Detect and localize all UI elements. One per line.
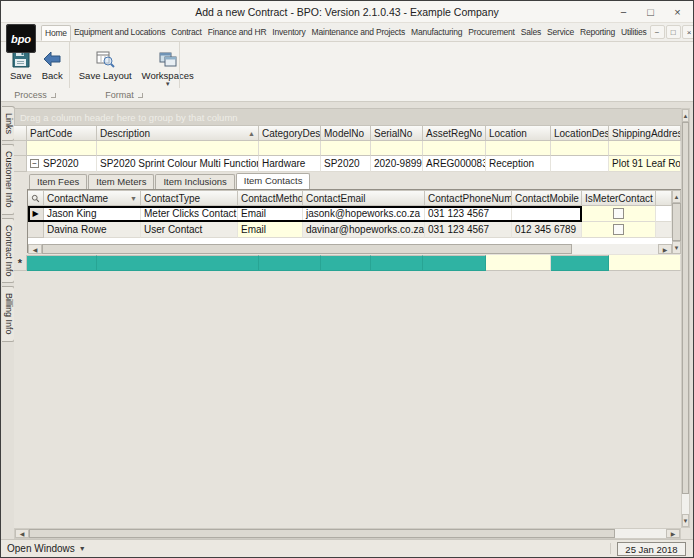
scroll-thumb[interactable] [42,244,572,254]
workspaces-dropdown-icon[interactable]: ▼ [165,82,171,87]
filter-dropdown-icon[interactable]: ▼ [130,195,137,202]
filter-cell-assetregno[interactable] [423,141,486,156]
minimize-button[interactable]: − [610,1,637,22]
workspaces-button[interactable]: Workspaces ▼ [137,45,199,87]
tab-item-inclusions[interactable]: Item Inclusions [155,174,234,189]
cell-contactname[interactable]: Davina Rowe [44,222,141,238]
scroll-right-icon[interactable]: ▶ [666,529,680,538]
grid-new-row[interactable]: * [14,255,681,271]
cell-ismetercontact[interactable] [582,222,656,238]
column-header-categorydesc[interactable]: CategoryDesc [259,125,321,141]
detail-row-jason-king[interactable]: ▶ Jason King Meter Clicks Contact Email … [28,206,672,222]
cell-contactphonenumber[interactable]: 031 123 4567 [425,222,512,238]
filter-cell-description[interactable] [97,141,259,156]
cell-contactmethod[interactable]: Email [238,222,303,238]
cell-assetregno[interactable]: AREG000083 [423,156,486,172]
new-cell-description[interactable] [97,255,259,271]
group-launcher-icon[interactable] [138,93,143,98]
mdi-close-button[interactable]: × [682,25,693,39]
column-header-contactname[interactable]: ContactName▼ [44,190,141,206]
maximize-button[interactable]: □ [637,1,664,22]
new-cell-shippingaddress[interactable] [609,255,681,271]
filter-cell-categorydesc[interactable] [259,141,321,156]
cell-serialno[interactable]: 2020-9899 [371,156,423,172]
scroll-left-icon[interactable]: ◀ [28,244,42,254]
detail-row-davina-rowe[interactable]: Davina Rowe User Contact Email davinar@h… [28,222,672,238]
ismetercontact-checkbox[interactable] [613,224,624,235]
column-header-locationdesc[interactable]: LocationDesc [551,125,609,141]
scroll-right-icon[interactable]: ▶ [658,244,672,254]
filter-cell-partcode[interactable] [27,141,97,156]
column-header-contactphonenumber[interactable]: ContactPhoneNumber [425,190,512,206]
save-layout-button[interactable]: Save Layout [74,45,137,81]
grid-vertical-scrollbar[interactable]: ▲ ▼ [681,108,690,528]
mdi-restore-button[interactable]: □ [666,25,681,39]
scroll-thumb[interactable] [29,529,615,538]
new-cell-location[interactable] [486,255,551,271]
cell-contactmobile[interactable] [512,206,582,222]
column-header-contactemail[interactable]: ContactEmail [303,190,425,206]
new-cell-locationdesc[interactable] [551,255,609,271]
cell-modelno[interactable]: SP2020 [321,156,371,172]
ribbon-tab-inventory[interactable]: Inventory [269,25,308,41]
ribbon-tab-reporting[interactable]: Reporting [577,25,618,41]
date-panel[interactable]: 25 Jan 2018 [617,542,686,556]
new-cell-partcode[interactable] [27,255,97,271]
scroll-up-icon[interactable]: ▲ [672,190,681,203]
column-header-description[interactable]: Description▲ [97,125,259,141]
cell-contactmobile[interactable]: 012 345 6789 [512,222,582,238]
scroll-thumb[interactable] [672,203,681,241]
column-header-contactmethod[interactable]: ContactMethod [238,190,303,206]
cell-partcode[interactable]: − SP2020 [27,156,97,172]
ribbon-tab-procurement[interactable]: Procurement [465,25,517,41]
new-cell-serialno[interactable] [371,255,423,271]
tab-item-fees[interactable]: Item Fees [29,174,87,189]
mdi-minimize-button[interactable]: − [650,25,665,39]
scroll-down-icon[interactable]: ▼ [672,241,681,254]
ribbon-tab-utilities[interactable]: Utilities [618,25,650,41]
ribbon-tab-sales[interactable]: Sales [518,25,544,41]
cell-contactmethod[interactable]: Email [238,206,303,222]
back-button[interactable]: Back [37,45,68,81]
ribbon-tab-home[interactable]: Home [41,25,71,41]
column-header-partcode[interactable]: PartCode [27,125,97,141]
ribbon-tab-maintenance-and-projects[interactable]: Maintenance and Projects [309,25,408,41]
filter-cell-serialno[interactable] [371,141,423,156]
tab-item-contacts[interactable]: Item Contacts [236,173,311,189]
group-launcher-icon[interactable] [51,93,56,98]
ribbon-tab-equipment-and-locations[interactable]: Equipment and Locations [71,25,168,41]
cell-shippingaddress[interactable]: Plot 91 Leaf Road, Fo [609,156,681,172]
filter-cell-location[interactable] [486,141,551,156]
detail-search-cell[interactable] [28,190,44,206]
cell-contactphonenumber[interactable]: 031 123 4567 [425,206,512,222]
ribbon-tab-contract[interactable]: Contract [168,25,205,41]
grid-horizontal-scrollbar[interactable]: ◀ ▶ [14,528,681,539]
detail-horizontal-scrollbar[interactable]: ◀ ▶ [28,244,672,254]
cell-contactemail[interactable]: jasonk@hopeworks.co.za [303,206,425,222]
column-header-location[interactable]: Location [486,125,551,141]
column-header-modelno[interactable]: ModelNo [321,125,371,141]
cell-contacttype[interactable]: User Contact [141,222,238,238]
close-button[interactable]: × [664,1,691,22]
cell-contactname[interactable]: Jason King [44,206,141,222]
collapse-detail-button[interactable]: − [30,159,39,168]
cell-contacttype[interactable]: Meter Clicks Contact [141,206,238,222]
ribbon-tab-manufacturing[interactable]: Manufacturing [408,25,465,41]
column-header-shippingaddress[interactable]: ShippingAddress [609,125,681,141]
new-cell-assetregno[interactable] [423,255,486,271]
open-windows-button[interactable]: Open Windows ▼ [7,543,86,554]
app-menu-button[interactable]: bpo [6,24,36,53]
cell-locationdesc[interactable] [551,156,609,172]
new-cell-categorydesc[interactable] [259,255,321,271]
ismetercontact-checkbox[interactable] [613,208,624,219]
column-header-ismetercontact[interactable]: IsMeterContact [582,190,656,206]
cell-location[interactable]: Reception [486,156,551,172]
column-header-contacttype[interactable]: ContactType [141,190,238,206]
scroll-down-icon[interactable]: ▼ [682,514,689,527]
scroll-left-icon[interactable]: ◀ [15,529,29,538]
filter-cell-locationdesc[interactable] [551,141,609,156]
column-header-serialno[interactable]: SerialNo [371,125,423,141]
cell-ismetercontact[interactable] [582,206,656,222]
filter-cell-shippingaddress[interactable] [609,141,681,156]
scroll-thumb[interactable] [682,122,689,494]
